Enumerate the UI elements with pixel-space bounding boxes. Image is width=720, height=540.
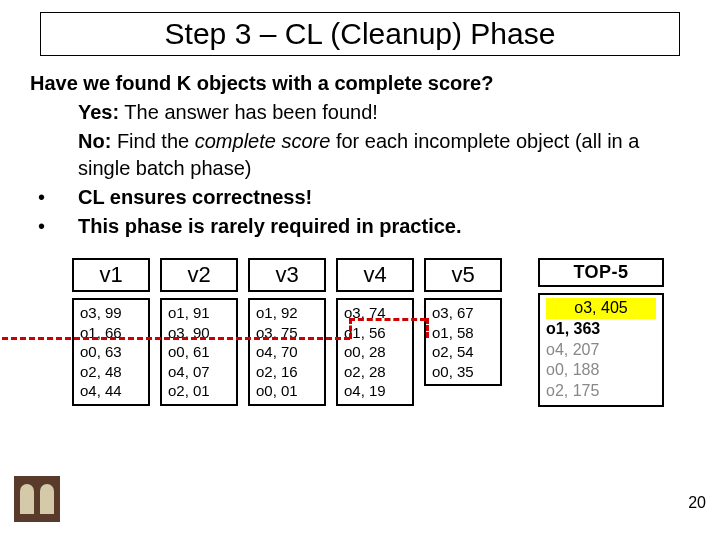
bullet-1: CL ensures correctness! [78, 184, 312, 211]
bullet-1-row: • CL ensures correctness! [30, 184, 690, 211]
top5-body: o3, 405 o1, 363 o4, 207 o0, 188 o2, 175 [538, 293, 664, 407]
col-head: v4 [336, 258, 414, 292]
slide-title: Step 3 – CL (Cleanup) Phase [59, 17, 661, 51]
no-text-a: Find the [117, 130, 195, 152]
cell: o0, 28 [344, 342, 406, 362]
answer-yes: Yes: The answer has been found! [78, 99, 690, 126]
cell: o1, 92 [256, 303, 318, 323]
bullet-dot: • [30, 213, 78, 240]
cell: o2, 01 [168, 381, 230, 401]
question: Have we found K objects with a complete … [30, 70, 690, 97]
col-body: o1, 91 o3, 90 o0, 61 o4, 07 o2, 01 [160, 298, 238, 406]
page-number: 20 [688, 494, 706, 512]
cell: o4, 70 [256, 342, 318, 362]
cell: o4, 07 [168, 362, 230, 382]
column-v2: v2 o1, 91 o3, 90 o0, 61 o4, 07 o2, 01 [160, 258, 238, 406]
cell: o2, 28 [344, 362, 406, 382]
cell: o3, 99 [80, 303, 142, 323]
bullet-dot: • [30, 184, 78, 211]
yes-text: The answer has been found! [124, 101, 378, 123]
cell: o1, 56 [344, 323, 406, 343]
cell: o0, 01 [256, 381, 318, 401]
cell: o1, 58 [432, 323, 494, 343]
top5-head: TOP-5 [538, 258, 664, 287]
col-head: v2 [160, 258, 238, 292]
top5-row-highlight: o3, 405 [546, 298, 656, 319]
cell: o4, 44 [80, 381, 142, 401]
top5-row: o0, 188 [546, 360, 656, 381]
top5-row: o4, 207 [546, 340, 656, 361]
col-head: v5 [424, 258, 502, 292]
cell: o1, 91 [168, 303, 230, 323]
no-label: No: [78, 130, 111, 152]
cell: o2, 54 [432, 342, 494, 362]
tables-row: v1 o3, 99 o1, 66 o0, 63 o2, 48 o4, 44 v2… [0, 240, 720, 407]
slide-title-box: Step 3 – CL (Cleanup) Phase [40, 12, 680, 56]
dashed-line-v4h [349, 318, 426, 321]
cell: o2, 48 [80, 362, 142, 382]
col-body: o3, 67 o1, 58 o2, 54 o0, 35 [424, 298, 502, 386]
no-text-italic: complete score [195, 130, 331, 152]
column-v4: v4 o3, 74 o1, 56 o0, 28 o2, 28 o4, 19 [336, 258, 414, 406]
col-head: v3 [248, 258, 326, 292]
cell: o0, 35 [432, 362, 494, 382]
yes-label: Yes: [78, 101, 119, 123]
slide-content: Have we found K objects with a complete … [0, 70, 720, 240]
top5-row: o1, 363 [546, 319, 656, 340]
logo-icon [14, 476, 60, 522]
dashed-line-v4 [349, 318, 352, 339]
answer-no: No: Find the complete score for each inc… [78, 128, 690, 182]
column-top5: TOP-5 o3, 405 o1, 363 o4, 207 o0, 188 o2… [538, 258, 664, 407]
cell: o2, 16 [256, 362, 318, 382]
column-v5: v5 o3, 67 o1, 58 o2, 54 o0, 35 [424, 258, 502, 386]
col-head: v1 [72, 258, 150, 292]
cell: o3, 67 [432, 303, 494, 323]
col-body: o3, 99 o1, 66 o0, 63 o2, 48 o4, 44 [72, 298, 150, 406]
cell: o4, 19 [344, 381, 406, 401]
col-body: o1, 92 o3, 75 o4, 70 o2, 16 o0, 01 [248, 298, 326, 406]
cell: o0, 61 [168, 342, 230, 362]
column-v1: v1 o3, 99 o1, 66 o0, 63 o2, 48 o4, 44 [72, 258, 150, 406]
dashed-line-v5 [426, 318, 429, 338]
bullet-2-row: • This phase is rarely required in pract… [30, 213, 690, 240]
dashed-line-main [2, 337, 350, 340]
column-v3: v3 o1, 92 o3, 75 o4, 70 o2, 16 o0, 01 [248, 258, 326, 406]
col-body: o3, 74 o1, 56 o0, 28 o2, 28 o4, 19 [336, 298, 414, 406]
top5-row: o2, 175 [546, 381, 656, 402]
bullet-2: This phase is rarely required in practic… [78, 213, 462, 240]
cell: o0, 63 [80, 342, 142, 362]
